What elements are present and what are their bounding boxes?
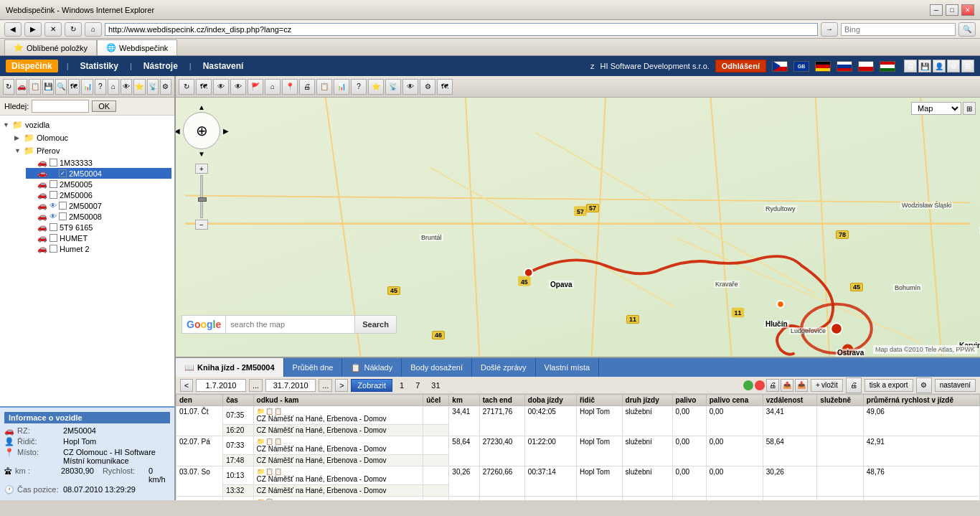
vehicle-2m50006[interactable]: 🚗 2M50006 (26, 189, 171, 200)
search-icon[interactable]: 🔍 (958, 22, 976, 37)
ok-button[interactable]: OK (92, 100, 116, 112)
tool-import[interactable]: 📥 (795, 379, 808, 392)
icon-settings[interactable]: ⚙ (947, 60, 960, 72)
table-row[interactable]: 04.07. Ne 19:33 📁📋 CZ Náměšť na Hané, Er… (176, 497, 980, 501)
nav-west[interactable]: ◀ (176, 127, 180, 135)
vehicle-humet2[interactable]: 🚗 Humet 2 (26, 243, 171, 254)
nav-dispecink[interactable]: Dispečink (6, 60, 58, 72)
fullscreen-button[interactable]: ⊞ (963, 102, 976, 115)
tab-dosle-zpravy[interactable]: Došlé zprávy (472, 358, 536, 377)
settings-icon[interactable]: ⚙ (916, 377, 932, 393)
nav-east[interactable]: ▶ (223, 127, 229, 135)
zoom-out[interactable]: − (195, 220, 208, 230)
checkbox-2m50004[interactable]: ✓ (59, 169, 67, 177)
tb-help[interactable]: ? (95, 79, 106, 95)
stop-button[interactable]: ✕ (44, 22, 62, 37)
tb-eye[interactable]: 👁 (121, 79, 132, 95)
flag-pl[interactable] (858, 61, 874, 72)
map-tb-12[interactable]: ⭐ (368, 79, 384, 95)
tb-car-add[interactable]: 🚗 (16, 79, 27, 95)
date-to-dots[interactable]: ... (319, 379, 332, 392)
tree-olomouc[interactable]: ▶ 📁 Olomouc (14, 131, 171, 144)
tab-prubeh-dne[interactable]: Průběh dne (284, 358, 343, 377)
nav-statistiky[interactable]: Statistiky (77, 60, 121, 72)
close-button[interactable]: ✕ (961, 4, 974, 16)
map-search-button[interactable]: Search (354, 315, 397, 334)
vehicle-2m50004[interactable]: 🚗 👁 ✓ 2M50004 (26, 168, 171, 179)
map-tb-4[interactable]: 👁 (230, 79, 246, 95)
show-button[interactable]: Zobrazit (351, 379, 392, 392)
vehicle-1m33333[interactable]: 🚗 1M33333 (26, 157, 171, 168)
flag-gb[interactable]: GB (793, 61, 809, 72)
tool-export[interactable]: 📤 (781, 379, 793, 392)
vehicle-2m50005[interactable]: 🚗 2M50005 (26, 179, 171, 189)
table-row[interactable]: 01.07. Čt 07:35 📁📋📋 CZ Náměšť na Hané, E… (176, 406, 980, 425)
tisk-icon[interactable]: 🖨 (846, 377, 862, 393)
zoom-in[interactable]: + (195, 164, 208, 174)
checkbox-humet[interactable] (50, 234, 57, 242)
checkbox-2m50007[interactable] (59, 202, 67, 210)
map-tb-9[interactable]: 📋 (316, 79, 332, 95)
go-button[interactable]: → (821, 22, 838, 37)
tisk-button[interactable]: tisk a export (864, 379, 913, 392)
tab-vlastni-mista[interactable]: Vlastní místa (536, 358, 600, 377)
flag-sk[interactable] (837, 61, 852, 72)
maximize-button[interactable]: □ (946, 4, 958, 16)
tab-body-dosazeni[interactable]: Body dosažení (402, 358, 472, 377)
date-from-input[interactable] (196, 379, 246, 392)
zoom-slider-handle[interactable] (198, 197, 207, 202)
status-red[interactable] (755, 380, 765, 390)
search-bar[interactable] (841, 23, 956, 36)
flag-hu[interactable] (880, 61, 895, 72)
nav-compass[interactable]: ⊕ (183, 112, 220, 149)
checkbox-5t9[interactable] (50, 223, 57, 231)
tool-print[interactable]: 🖨 (766, 379, 779, 392)
tb-refresh[interactable]: ↻ (3, 79, 14, 95)
icon-user[interactable]: 👤 (933, 60, 946, 72)
map-search-input[interactable] (225, 315, 354, 334)
home-button[interactable]: ⌂ (85, 22, 102, 37)
flag-cz[interactable] (772, 61, 788, 72)
map-type-select[interactable]: Map Satellite Terrain (911, 102, 961, 115)
map-tb-8[interactable]: 🖨 (299, 79, 315, 95)
map-tb-5[interactable]: 🚩 (248, 79, 263, 95)
vlozit-button[interactable]: + vložit (811, 379, 843, 392)
map-tb-3[interactable]: 👁 (213, 79, 229, 95)
checkbox-2m50008[interactable] (59, 212, 67, 220)
checkbox-1m33333[interactable] (50, 159, 57, 166)
icon-print[interactable]: 🖨 (904, 60, 917, 72)
tb-save[interactable]: 💾 (42, 79, 54, 95)
address-bar[interactable] (105, 23, 818, 36)
map-tb-2[interactable]: 🗺 (196, 79, 212, 95)
tb-signal[interactable]: 📡 (147, 79, 159, 95)
table-row[interactable]: 03.07. So 10:13 📁📋📋 CZ Náměšť na Hané, E… (176, 466, 980, 485)
nav-nastroje[interactable]: Nástroje (141, 60, 181, 72)
tb-home[interactable]: ⌂ (108, 79, 119, 95)
map-tb-11[interactable]: ? (351, 79, 367, 95)
icon-save[interactable]: 💾 (918, 60, 931, 72)
tb-star[interactable]: ⭐ (133, 79, 145, 95)
nav-nastaveni[interactable]: Nastavení (200, 60, 247, 72)
table-wrapper[interactable]: den čas odkud - kam účel km tach end dob… (176, 394, 980, 500)
tree-area[interactable]: ▼ 📁 vozidla ▶ 📁 Olomouc ▼ 📁 (0, 116, 174, 406)
checkbox-humet2[interactable] (50, 245, 57, 253)
tb-chart[interactable]: 📊 (81, 79, 93, 95)
flag-de[interactable] (815, 61, 831, 72)
map-tb-16[interactable]: 🗺 (437, 79, 453, 95)
map-tb-13[interactable]: 📡 (385, 79, 401, 95)
tab-favorites[interactable]: ⭐ Oblíbené položky (4, 39, 97, 55)
nav-north[interactable]: ▲ (198, 103, 205, 111)
map-navigation[interactable]: ⊕ ▲ ▼ ◀ ▶ + − (183, 112, 220, 230)
minimize-button[interactable]: ─ (930, 4, 943, 16)
status-green[interactable] (743, 380, 753, 390)
nav-south[interactable]: ▼ (198, 150, 205, 158)
vehicle-humet[interactable]: 🚗 HUMET (26, 233, 171, 243)
date-from-dots[interactable]: ... (249, 379, 263, 392)
date-to-input[interactable] (265, 379, 316, 392)
tab-naklady[interactable]: 📋 Náklady (342, 358, 402, 377)
table-row[interactable]: 02.07. Pá 07:33 📁📋📋 CZ Náměšť na Hané, E… (176, 436, 980, 455)
tree-prerov[interactable]: ▼ 📁 Přerov (14, 144, 171, 157)
tab-webdispecink[interactable]: 🌐 Webdispečink (97, 39, 177, 55)
tb-filter[interactable]: 🔍 (55, 79, 67, 95)
tb-gear[interactable]: ⚙ (160, 79, 171, 95)
